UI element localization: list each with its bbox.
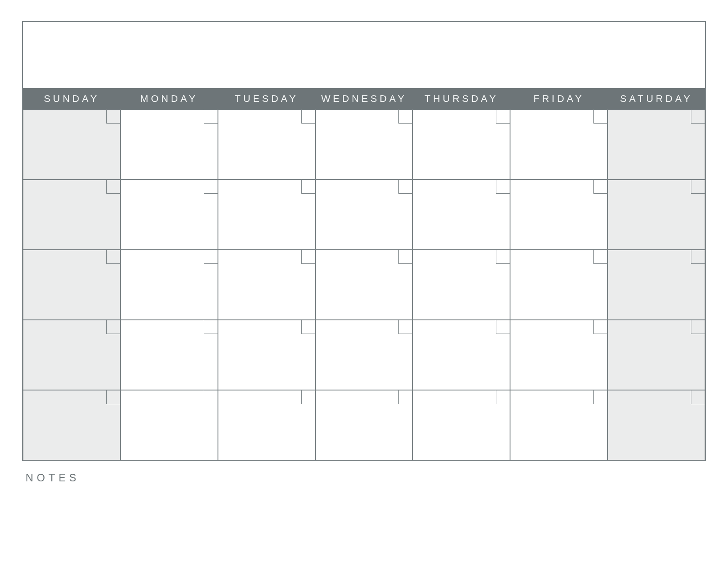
day-cell[interactable]	[120, 109, 218, 180]
date-number-box[interactable]	[204, 390, 218, 404]
date-number-box[interactable]	[398, 109, 413, 124]
day-cell[interactable]	[608, 390, 705, 460]
day-cell[interactable]	[315, 109, 413, 180]
page: SUNDAY MONDAY TUESDAY WEDNESDAY THURSDAY…	[0, 0, 728, 563]
day-cell[interactable]	[413, 390, 510, 460]
day-cell[interactable]	[413, 180, 510, 250]
day-cell[interactable]	[315, 180, 413, 250]
day-cell[interactable]	[218, 320, 315, 390]
date-number-box[interactable]	[301, 320, 315, 334]
date-number-box[interactable]	[691, 109, 705, 124]
day-cell[interactable]	[23, 390, 120, 460]
weekday-header-monday: MONDAY	[120, 93, 218, 105]
weekday-header-sunday: SUNDAY	[23, 93, 120, 105]
date-number-box[interactable]	[496, 180, 510, 194]
date-number-box[interactable]	[593, 390, 608, 404]
day-cell[interactable]	[120, 320, 218, 390]
day-cell[interactable]	[23, 109, 120, 180]
date-number-box[interactable]	[106, 390, 120, 404]
day-cell[interactable]	[510, 390, 608, 460]
date-number-box[interactable]	[204, 250, 218, 264]
date-number-box[interactable]	[204, 320, 218, 334]
day-cell[interactable]	[23, 180, 120, 250]
date-number-box[interactable]	[691, 390, 705, 404]
calendar-grid	[23, 109, 705, 460]
date-number-box[interactable]	[593, 320, 608, 334]
weekday-header-tuesday: TUESDAY	[218, 93, 315, 105]
week-row	[23, 320, 705, 390]
day-cell[interactable]	[608, 320, 705, 390]
day-cell[interactable]	[218, 250, 315, 320]
date-number-box[interactable]	[301, 109, 315, 124]
week-row	[23, 109, 705, 180]
notes-label: NOTES	[26, 472, 706, 484]
date-number-box[interactable]	[106, 250, 120, 264]
date-number-box[interactable]	[593, 109, 608, 124]
day-cell[interactable]	[120, 180, 218, 250]
date-number-box[interactable]	[496, 390, 510, 404]
day-cell[interactable]	[23, 320, 120, 390]
day-cell[interactable]	[120, 250, 218, 320]
date-number-box[interactable]	[106, 320, 120, 334]
day-cell[interactable]	[510, 109, 608, 180]
day-cell[interactable]	[120, 390, 218, 460]
date-number-box[interactable]	[496, 109, 510, 124]
weekday-header-row: SUNDAY MONDAY TUESDAY WEDNESDAY THURSDAY…	[23, 88, 705, 109]
day-cell[interactable]	[315, 390, 413, 460]
day-cell[interactable]	[608, 250, 705, 320]
date-number-box[interactable]	[398, 250, 413, 264]
day-cell[interactable]	[608, 180, 705, 250]
date-number-box[interactable]	[301, 390, 315, 404]
day-cell[interactable]	[510, 250, 608, 320]
date-number-box[interactable]	[204, 180, 218, 194]
date-number-box[interactable]	[691, 250, 705, 264]
day-cell[interactable]	[413, 250, 510, 320]
day-cell[interactable]	[23, 250, 120, 320]
week-row	[23, 390, 705, 460]
week-row	[23, 250, 705, 320]
day-cell[interactable]	[315, 320, 413, 390]
date-number-box[interactable]	[593, 180, 608, 194]
day-cell[interactable]	[218, 180, 315, 250]
day-cell[interactable]	[218, 390, 315, 460]
day-cell[interactable]	[510, 180, 608, 250]
month-title-area[interactable]	[23, 22, 705, 88]
weekday-header-wednesday: WEDNESDAY	[315, 93, 413, 105]
date-number-box[interactable]	[593, 250, 608, 264]
date-number-box[interactable]	[301, 180, 315, 194]
day-cell[interactable]	[413, 320, 510, 390]
week-row	[23, 180, 705, 250]
weekday-header-saturday: SATURDAY	[608, 93, 705, 105]
weekday-header-friday: FRIDAY	[510, 93, 608, 105]
date-number-box[interactable]	[496, 250, 510, 264]
date-number-box[interactable]	[398, 390, 413, 404]
date-number-box[interactable]	[496, 320, 510, 334]
day-cell[interactable]	[510, 320, 608, 390]
day-cell[interactable]	[315, 250, 413, 320]
date-number-box[interactable]	[106, 109, 120, 124]
date-number-box[interactable]	[398, 320, 413, 334]
date-number-box[interactable]	[398, 180, 413, 194]
date-number-box[interactable]	[301, 250, 315, 264]
calendar: SUNDAY MONDAY TUESDAY WEDNESDAY THURSDAY…	[22, 21, 706, 461]
date-number-box[interactable]	[106, 180, 120, 194]
date-number-box[interactable]	[691, 180, 705, 194]
day-cell[interactable]	[218, 109, 315, 180]
date-number-box[interactable]	[691, 320, 705, 334]
day-cell[interactable]	[608, 109, 705, 180]
day-cell[interactable]	[413, 109, 510, 180]
date-number-box[interactable]	[204, 109, 218, 124]
weekday-header-thursday: THURSDAY	[413, 93, 510, 105]
